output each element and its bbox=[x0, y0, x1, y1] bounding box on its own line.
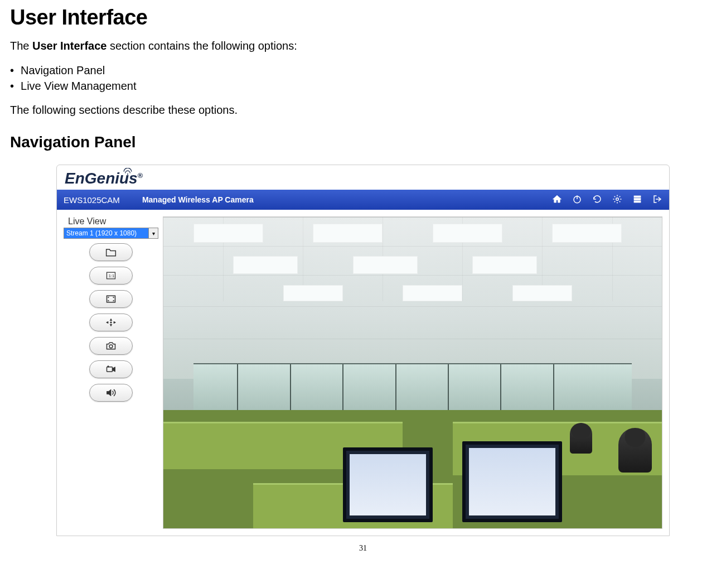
ptz-button[interactable] bbox=[89, 314, 133, 331]
nav-icons bbox=[552, 194, 662, 206]
intro-text: The User Interface section contains the … bbox=[10, 40, 726, 52]
live-view-label: Live View bbox=[68, 216, 158, 226]
video-person bbox=[570, 423, 592, 454]
power-icon[interactable] bbox=[572, 194, 582, 206]
camera-icon bbox=[105, 341, 117, 351]
app-window: EnGenius® EWS1025CAM Managed Wireless AP… bbox=[56, 165, 670, 536]
chevron-down-icon[interactable]: ▾ bbox=[148, 228, 158, 239]
page-number: 31 bbox=[0, 544, 726, 553]
fullscreen-button[interactable] bbox=[89, 290, 133, 308]
actual-size-button[interactable]: 1:1 bbox=[89, 267, 133, 285]
snapshot-button[interactable] bbox=[89, 337, 133, 355]
stream-selected-text: Stream 1 (1920 x 1080) bbox=[64, 228, 148, 239]
screenshot: EnGenius® EWS1025CAM Managed Wireless AP… bbox=[56, 165, 670, 536]
video-monitor bbox=[343, 447, 433, 522]
live-video bbox=[163, 216, 662, 529]
speaker-icon bbox=[105, 388, 117, 398]
folder-icon bbox=[105, 247, 117, 257]
description-text: The following sections describe these op… bbox=[10, 104, 726, 117]
ptz-icon bbox=[105, 317, 117, 327]
page-title: User Interface bbox=[10, 6, 726, 30]
video-ceiling bbox=[163, 217, 662, 379]
svg-point-0 bbox=[127, 173, 128, 175]
wifi-icon bbox=[123, 168, 133, 175]
brand-logo: EnGenius® bbox=[65, 170, 143, 187]
list-item: Navigation Panel bbox=[10, 62, 726, 78]
audio-button[interactable] bbox=[89, 384, 133, 402]
gear-icon[interactable] bbox=[612, 194, 622, 206]
record-icon bbox=[105, 364, 117, 374]
svg-point-18 bbox=[108, 366, 109, 368]
svg-marker-12 bbox=[107, 321, 108, 323]
video-monitor bbox=[462, 441, 562, 522]
subtitle-label: Managed Wireless AP Camera bbox=[142, 195, 254, 204]
stack-icon[interactable] bbox=[632, 194, 642, 206]
logout-icon[interactable] bbox=[652, 194, 662, 206]
brand-row: EnGenius® bbox=[57, 165, 669, 190]
svg-rect-9 bbox=[107, 296, 115, 302]
svg-point-15 bbox=[109, 345, 113, 348]
svg-marker-11 bbox=[110, 324, 112, 326]
intro-bold: User Interface bbox=[32, 40, 107, 52]
home-icon[interactable] bbox=[552, 194, 562, 206]
brand-reg: ® bbox=[138, 171, 143, 180]
model-label: EWS1025CAM bbox=[64, 195, 120, 205]
list-item: Live View Management bbox=[10, 78, 726, 94]
options-list: Navigation Panel Live View Management bbox=[10, 62, 726, 94]
folder-button[interactable] bbox=[89, 243, 133, 261]
content-area: Live View Stream 1 (1920 x 1080) ▾ 1:1 bbox=[57, 210, 669, 536]
tool-buttons: 1:1 bbox=[64, 243, 158, 402]
intro-prefix: The bbox=[10, 40, 32, 52]
intro-suffix: section contains the following options: bbox=[107, 40, 297, 52]
nav-bar: EWS1025CAM Managed Wireless AP Camera bbox=[57, 190, 669, 210]
fullscreen-icon bbox=[105, 294, 117, 304]
svg-marker-19 bbox=[107, 389, 112, 396]
svg-point-14 bbox=[110, 322, 112, 324]
refresh-icon[interactable] bbox=[592, 194, 602, 206]
side-panel: Live View Stream 1 (1920 x 1080) ▾ 1:1 bbox=[64, 216, 158, 402]
svg-marker-10 bbox=[110, 319, 112, 320]
record-button[interactable] bbox=[89, 360, 133, 378]
svg-point-3 bbox=[616, 197, 619, 200]
svg-rect-4 bbox=[634, 196, 641, 197]
section-heading: Navigation Panel bbox=[10, 133, 726, 151]
svg-rect-16 bbox=[107, 367, 113, 372]
actual-size-icon: 1:1 bbox=[105, 271, 117, 281]
svg-text:1:1: 1:1 bbox=[109, 273, 114, 278]
svg-rect-6 bbox=[634, 201, 641, 203]
video-person bbox=[618, 428, 652, 473]
svg-rect-5 bbox=[634, 198, 641, 200]
stream-select[interactable]: Stream 1 (1920 x 1080) ▾ bbox=[64, 228, 158, 239]
svg-marker-13 bbox=[114, 321, 115, 323]
